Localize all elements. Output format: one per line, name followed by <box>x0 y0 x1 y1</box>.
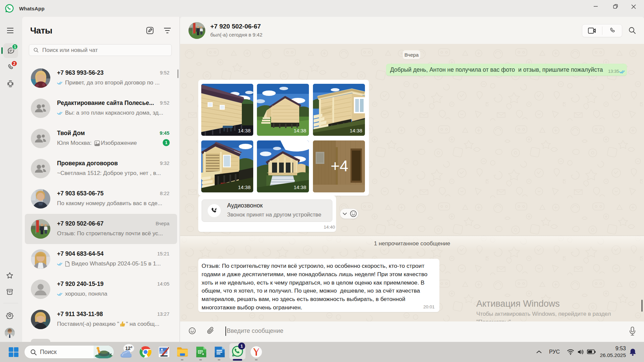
svg-text:12°: 12° <box>125 346 132 351</box>
svg-text:14:38: 14:38 <box>350 128 362 133</box>
svg-text:14:38: 14:38 <box>238 184 251 190</box>
svg-text:14:38: 14:38 <box>238 128 251 133</box>
svg-text:14:38: 14:38 <box>293 128 306 133</box>
svg-text:+4: +4 <box>331 157 348 175</box>
svg-text:14:38: 14:38 <box>293 184 306 190</box>
